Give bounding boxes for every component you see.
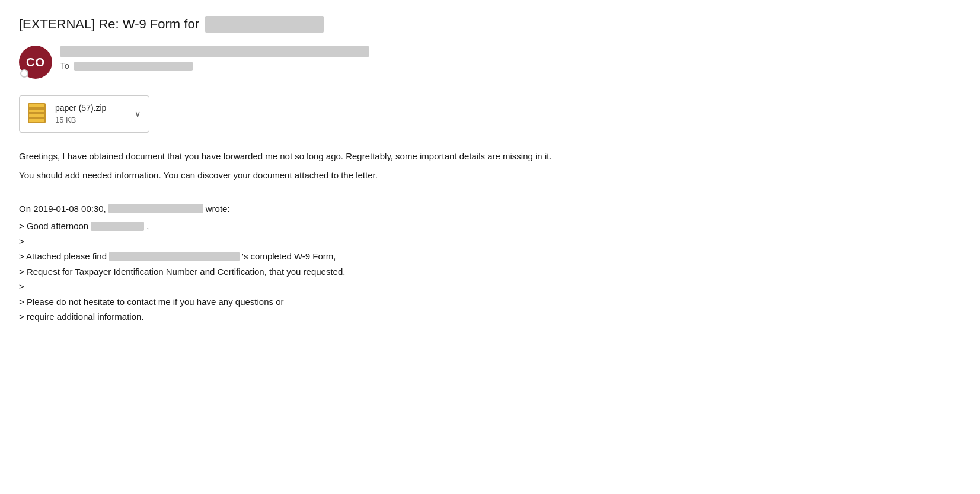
avatar-wrapper: CO xyxy=(19,46,52,79)
to-row: To xyxy=(60,60,369,72)
quoted-hesitate-line: > Please do not hesitate to contact me i… xyxy=(19,294,961,310)
quoted-require-line: > require additional information. xyxy=(19,309,961,325)
email-body: Greetings, I have obtained document that… xyxy=(19,149,961,182)
avatar-status-indicator xyxy=(20,69,28,78)
attachment-box[interactable]: paper (57).zip 15 KB ∨ xyxy=(19,95,149,133)
quoted-greeting-name-redacted xyxy=(91,222,144,231)
wrote-line: On 2019-01-08 00:30, wrote: xyxy=(19,201,961,217)
quoted-attached-line: > Attached please find 's completed W-9 … xyxy=(19,249,961,264)
quoted-attached-suffix: 's completed W-9 Form, xyxy=(242,249,336,264)
email-subject: [EXTERNAL] Re: W-9 Form for xyxy=(19,14,961,34)
subject-text: [EXTERNAL] Re: W-9 Form for xyxy=(19,14,199,34)
to-address-redacted xyxy=(74,62,193,71)
attachment-size: 15 KB xyxy=(55,114,106,126)
quoted-attached-prefix: > Attached please find xyxy=(19,249,107,264)
subject-redacted-block xyxy=(205,16,324,33)
quoted-greeting-line: > Good afternoon , xyxy=(19,219,961,234)
quoted-request-line: > Request for Taxpayer Identification Nu… xyxy=(19,264,961,280)
sender-name-redacted xyxy=(60,46,369,57)
quoted-greeting-suffix: , xyxy=(146,219,149,234)
quoted-blank-2: > xyxy=(19,279,961,294)
body-line-1: Greetings, I have obtained document that… xyxy=(19,149,961,163)
body-line-2: You should add needed information. You c… xyxy=(19,168,961,182)
wrote-prefix: On 2019-01-08 00:30, xyxy=(19,201,106,217)
quoted-greeting-prefix: > Good afternoon xyxy=(19,219,88,234)
attachment-details: paper (57).zip 15 KB xyxy=(55,102,106,126)
to-label: To xyxy=(60,60,69,72)
zip-file-icon xyxy=(28,103,49,124)
sender-row: CO To xyxy=(19,46,961,79)
quoted-sender-redacted xyxy=(108,204,203,213)
wrote-suffix: wrote: xyxy=(206,201,230,217)
quoted-entity-redacted xyxy=(109,252,240,261)
attachment-name: paper (57).zip xyxy=(55,102,106,114)
quoted-blank-1: > xyxy=(19,234,961,249)
attachment-chevron-icon[interactable]: ∨ xyxy=(129,108,141,120)
attachment-area: paper (57).zip 15 KB ∨ xyxy=(19,95,961,133)
sender-info: To xyxy=(60,46,369,72)
quoted-text: On 2019-01-08 00:30, wrote: > Good after… xyxy=(19,201,961,325)
